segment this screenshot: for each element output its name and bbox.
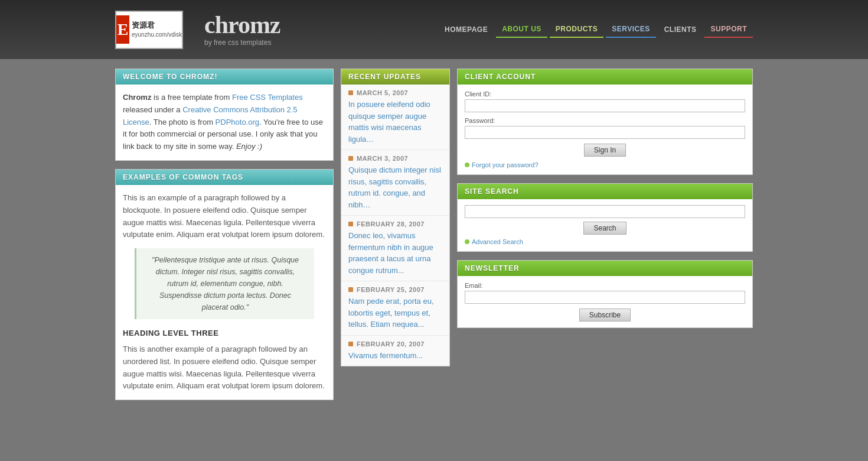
search-input[interactable]	[465, 205, 745, 218]
welcome-box: WELCOME TO CHROMZ! Chromz is a free temp…	[115, 69, 334, 161]
update-item-4: FEBRUARY 20, 2007 Vivamus fermentum...	[341, 336, 449, 366]
logo-area: E 资源君 eyunzhu.com/vdisk chromz by free c…	[115, 11, 280, 49]
free-css-link[interactable]: Free CSS Templates	[232, 93, 303, 102]
site-search-panel: SITE SEARCH Search Advanced Search	[457, 183, 753, 252]
enjoy-text: Enjoy :)	[236, 142, 262, 151]
h3-heading: HEADING LEVEL THREE	[123, 327, 326, 340]
photo-text: . The photo is from	[149, 118, 216, 126]
subscribe-button[interactable]: Subscribe	[579, 309, 631, 322]
site-tagline: by free css templates	[204, 38, 280, 47]
nav-products[interactable]: PRODUCTS	[550, 21, 603, 38]
update-link-2[interactable]: Donec leo, vivamus fermentum nibh in aug…	[348, 230, 442, 276]
update-link-0[interactable]: In posuere eleifend odio quisque semper …	[348, 99, 442, 145]
newsletter-header: NEWSLETTER	[458, 261, 752, 276]
welcome-content: Chromz is a free template from Free CSS …	[116, 85, 333, 160]
date-bullet-3	[348, 287, 353, 292]
update-date-1: MARCH 3, 2007	[348, 155, 442, 162]
date-bullet-1	[348, 156, 353, 161]
update-item-1: MARCH 3, 2007 Quisque dictum integer nis…	[341, 150, 449, 216]
forgot-bullet	[465, 163, 469, 167]
site-name: chromz	[204, 12, 280, 37]
update-link-1[interactable]: Quisque dictum integer nisl risus, sagit…	[348, 164, 442, 210]
update-link-3[interactable]: Nam pede erat, porta eu, lobortis eget, …	[348, 296, 442, 330]
update-date-2: FEBRUARY 28, 2007	[348, 220, 442, 228]
update-date-0: MARCH 5, 2007	[348, 89, 442, 96]
logo-url: eyunzhu.com/vdisk	[132, 31, 182, 38]
welcome-is-text: is a free template from	[151, 93, 232, 102]
update-link-4[interactable]: Vivamus fermentum...	[348, 350, 442, 362]
date-bullet-4	[348, 342, 353, 346]
update-date-4: FEBRUARY 20, 2007	[348, 340, 442, 348]
site-title-area: chromz by free css templates	[204, 12, 280, 47]
logo-image: E 资源君 eyunzhu.com/vdisk	[115, 11, 183, 49]
tags-para1: This is an example of a paragraph follow…	[123, 192, 326, 241]
nav-clients[interactable]: CLIENTS	[658, 22, 703, 37]
center-column: RECENT UPDATES MARCH 5, 2007 In posuere …	[341, 69, 450, 408]
client-account-header: CLIENT ACCOUNT	[458, 69, 752, 85]
content-wrapper: WELCOME TO CHROMZ! Chromz is a free temp…	[103, 59, 765, 418]
tags-content: This is an example of a paragraph follow…	[116, 185, 333, 400]
recent-updates-box: RECENT UPDATES MARCH 5, 2007 In posuere …	[341, 69, 450, 366]
logo-chinese: 资源君	[132, 21, 182, 31]
pdphoto-link[interactable]: PDPhoto.org	[216, 118, 259, 126]
update-date-3: FEBRUARY 25, 2007	[348, 286, 442, 293]
client-account-content: Client ID: Password: Sign In Forgot your…	[458, 85, 752, 174]
released-text: released under a	[123, 105, 182, 114]
client-id-label: Client ID:	[465, 90, 745, 98]
tags-para2: This is another example of a paragraph f…	[123, 343, 326, 392]
client-id-input[interactable]	[465, 99, 745, 112]
logo-letter: E	[116, 15, 129, 44]
forgot-password-link[interactable]: Forgot your password?	[472, 161, 539, 168]
blockquote: "Pellentesque tristique ante ut risus. Q…	[135, 248, 314, 319]
password-label: Password:	[465, 117, 745, 124]
forgot-password-row: Forgot your password?	[465, 161, 745, 168]
email-input[interactable]	[465, 291, 745, 304]
nav-services[interactable]: SERVICES	[606, 21, 655, 38]
signin-button[interactable]: Sign In	[584, 144, 626, 157]
site-search-header: SITE SEARCH	[458, 184, 752, 199]
header: E 资源君 eyunzhu.com/vdisk chromz by free c…	[0, 0, 868, 59]
chromz-brand: Chromz	[123, 93, 151, 102]
update-item-2: FEBRUARY 28, 2007 Donec leo, vivamus fer…	[341, 216, 449, 281]
main-nav: HOMEPAGE ABOUT US PRODUCTS SERVICES CLIE…	[439, 21, 753, 38]
tags-header: EXAMPLES OF COMMON TAGS	[116, 170, 333, 185]
advanced-search-row: Advanced Search	[465, 238, 745, 245]
main-column: WELCOME TO CHROMZ! Chromz is a free temp…	[115, 69, 334, 408]
newsletter-content: Email: Subscribe	[458, 276, 752, 327]
right-column: CLIENT ACCOUNT Client ID: Password: Sign…	[457, 69, 753, 408]
welcome-header: WELCOME TO CHROMZ!	[116, 69, 333, 85]
date-bullet-2	[348, 222, 353, 226]
logo-text: 资源君 eyunzhu.com/vdisk	[132, 21, 182, 38]
nav-about-us[interactable]: ABOUT US	[496, 21, 547, 38]
newsletter-panel: NEWSLETTER Email: Subscribe	[457, 260, 753, 328]
email-label: Email:	[465, 282, 745, 289]
update-item-3: FEBRUARY 25, 2007 Nam pede erat, porta e…	[341, 281, 449, 336]
advanced-bullet	[465, 239, 469, 244]
advanced-search-link[interactable]: Advanced Search	[472, 238, 523, 245]
date-bullet-0	[348, 90, 353, 95]
site-search-content: Search Advanced Search	[458, 199, 752, 251]
common-tags-box: EXAMPLES OF COMMON TAGS This is an examp…	[115, 169, 334, 400]
search-button[interactable]: Search	[583, 222, 626, 235]
recent-updates-header: RECENT UPDATES	[341, 69, 449, 85]
nav-support[interactable]: SUPPORT	[704, 21, 753, 38]
password-input[interactable]	[465, 126, 745, 139]
welcome-paragraph: Chromz is a free template from Free CSS …	[123, 92, 326, 153]
update-item-0: MARCH 5, 2007 In posuere eleifend odio q…	[341, 85, 449, 150]
client-account-panel: CLIENT ACCOUNT Client ID: Password: Sign…	[457, 69, 753, 175]
nav-homepage[interactable]: HOMEPAGE	[439, 22, 494, 37]
